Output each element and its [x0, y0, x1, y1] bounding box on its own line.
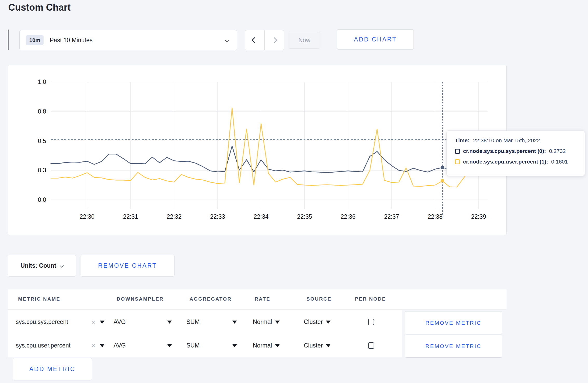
y-axis-tick-label: 0.5: [38, 138, 46, 144]
col-aggregator: AGGREGATOR: [190, 296, 232, 302]
series-user-swatch-icon: [455, 159, 460, 164]
table-row: sys.cpu.sys.percent × AVG SUM Normal Clu…: [8, 310, 402, 334]
per-node-cell: [368, 310, 374, 334]
remove-metric-button[interactable]: REMOVE METRIC: [405, 311, 502, 334]
chevron-left-icon: [252, 37, 258, 43]
clear-metric-icon[interactable]: ×: [92, 319, 95, 325]
crosshair-marker-icon: [441, 166, 444, 169]
tooltip-series-label: cr.node.sys.cpu.user.percent (1):: [463, 159, 548, 165]
metric-name-value: sys.cpu.user.percent: [16, 342, 71, 349]
downsampler-select[interactable]: AVG: [114, 334, 172, 357]
x-axis-tick-label: 22:33: [210, 213, 225, 220]
time-pager: [245, 30, 284, 50]
col-source: SOURCE: [306, 296, 332, 302]
x-axis-tick-label: 22:31: [123, 213, 138, 220]
x-axis-tick-label: 22:39: [471, 213, 486, 220]
clear-metric-icon[interactable]: ×: [92, 342, 95, 349]
dropdown-caret-icon: [100, 321, 104, 324]
metric-name-select[interactable]: sys.cpu.user.percent ×: [16, 334, 104, 357]
aggregator-select[interactable]: SUM: [186, 334, 237, 357]
chevron-down-icon: [60, 264, 64, 268]
crosshair-marker-icon: [441, 179, 444, 182]
chevron-down-icon: [225, 37, 229, 42]
add-chart-button[interactable]: ADD CHART: [337, 29, 414, 49]
units-label: Units: Count: [20, 262, 56, 269]
col-rate: RATE: [255, 296, 270, 302]
aggregator-value: SUM: [186, 318, 200, 325]
series-sys-swatch-icon: [455, 149, 460, 154]
chart-panel: 0.00.30.50.81.022:3022:3122:3222:3322:34…: [8, 65, 507, 235]
rate-value: Normal: [253, 318, 272, 325]
chart-canvas[interactable]: 0.00.30.50.81.022:3022:3122:3222:3322:34…: [8, 65, 506, 235]
y-axis-tick-label: 0.8: [38, 108, 46, 115]
now-button[interactable]: Now: [289, 32, 320, 49]
x-axis-tick-label: 22:36: [341, 213, 356, 220]
prev-time-button[interactable]: [245, 30, 265, 50]
toolbar-divider: [8, 30, 9, 50]
tooltip-series-value: 0.2732: [549, 148, 566, 154]
source-value: Cluster: [304, 318, 323, 325]
col-downsampler: DOWNSAMPLER: [117, 296, 164, 302]
y-axis-tick-label: 0.3: [38, 167, 46, 174]
source-value: Cluster: [304, 342, 323, 349]
remove-chart-button[interactable]: REMOVE CHART: [81, 255, 174, 276]
dropdown-caret-icon: [275, 344, 280, 347]
time-range-badge: 10m: [26, 35, 44, 45]
x-axis-tick-label: 22:38: [428, 213, 443, 220]
series-line-cr.node.sys.cpu.user.percent: [51, 108, 479, 187]
downsampler-value: AVG: [114, 318, 126, 325]
dropdown-caret-icon: [232, 344, 237, 347]
per-node-checkbox[interactable]: [368, 319, 374, 325]
dropdown-caret-icon: [167, 321, 172, 324]
tooltip-time-value: 22:38:10 on Mar 15th, 2022: [473, 137, 540, 144]
per-node-checkbox[interactable]: [368, 342, 374, 349]
tooltip-time-row: Time: 22:38:10 on Mar 15th, 2022: [455, 137, 585, 144]
dropdown-caret-icon: [275, 321, 280, 324]
time-range-select[interactable]: 10m Past 10 Minutes: [19, 30, 237, 50]
add-metric-button[interactable]: ADD METRIC: [13, 358, 92, 380]
tooltip-series-row: cr.node.sys.cpu.user.percent (1): 0.1601: [455, 159, 585, 165]
source-select[interactable]: Cluster: [304, 310, 331, 334]
page-title: Custom Chart: [8, 2, 71, 13]
dropdown-caret-icon: [326, 321, 331, 324]
units-select[interactable]: Units: Count: [8, 255, 76, 276]
x-axis-tick-label: 22:37: [384, 213, 399, 220]
tooltip-time-label: Time:: [455, 137, 470, 144]
dropdown-caret-icon: [167, 344, 172, 347]
time-range-label: Past 10 Minutes: [50, 37, 93, 44]
dropdown-caret-icon: [326, 344, 331, 347]
x-axis-tick-label: 22:35: [297, 213, 312, 220]
downsampler-select[interactable]: AVG: [114, 310, 172, 334]
x-axis-tick-label: 22:32: [167, 213, 182, 220]
rate-select[interactable]: Normal: [253, 334, 280, 357]
metric-name-value: sys.cpu.sys.percent: [16, 318, 68, 325]
tooltip-series-value: 0.1601: [551, 159, 568, 165]
rate-value: Normal: [253, 342, 272, 349]
metric-name-select[interactable]: sys.cpu.sys.percent ×: [16, 310, 104, 334]
x-axis-tick-label: 22:30: [80, 213, 95, 220]
aggregator-value: SUM: [186, 342, 200, 349]
dropdown-caret-icon: [232, 321, 237, 324]
chart-tooltip: Time: 22:38:10 on Mar 15th, 2022 cr.node…: [446, 130, 585, 176]
y-axis-tick-label: 1.0: [38, 79, 46, 85]
table-row: sys.cpu.user.percent × AVG SUM Normal Cl…: [8, 334, 402, 357]
chevron-right-icon: [271, 37, 277, 43]
tooltip-series-row: cr.node.sys.cpu.sys.percent (0): 0.2732: [455, 148, 585, 154]
col-per-node: PER NODE: [355, 296, 386, 302]
remove-metric-button[interactable]: REMOVE METRIC: [405, 335, 502, 358]
source-select[interactable]: Cluster: [304, 334, 331, 357]
next-time-button[interactable]: [265, 30, 284, 50]
downsampler-value: AVG: [114, 342, 126, 349]
per-node-cell: [368, 334, 374, 357]
metrics-table-header: METRIC NAME DOWNSAMPLER AGGREGATOR RATE …: [8, 289, 507, 310]
dropdown-caret-icon: [100, 344, 104, 347]
col-metric-name: METRIC NAME: [18, 296, 60, 302]
rate-select[interactable]: Normal: [253, 310, 280, 334]
tooltip-series-label: cr.node.sys.cpu.sys.percent (0):: [463, 148, 546, 154]
y-axis-tick-label: 0.0: [38, 196, 46, 203]
x-axis-tick-label: 22:34: [254, 213, 269, 220]
aggregator-select[interactable]: SUM: [186, 310, 237, 334]
